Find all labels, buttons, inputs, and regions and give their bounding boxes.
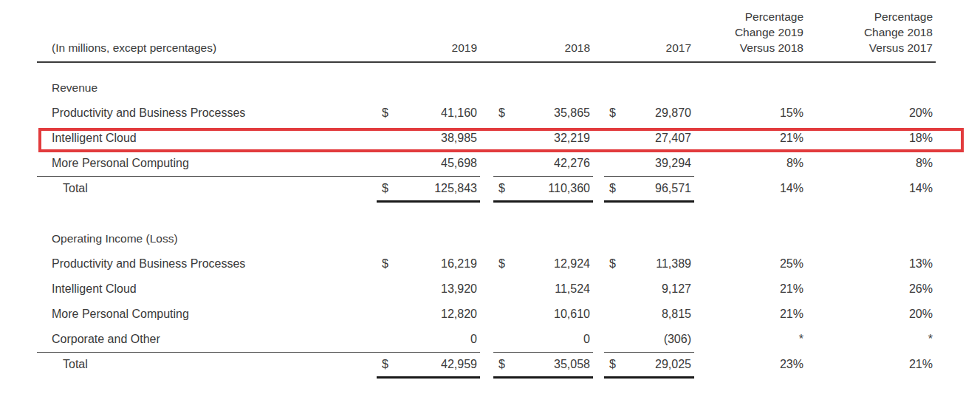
pct-change-2: 21%	[806, 352, 936, 377]
value-2018: 42,276	[517, 151, 593, 176]
gutter	[480, 126, 493, 151]
pct-change-2: *	[806, 327, 936, 352]
row-label: More Personal Computing	[37, 151, 377, 176]
dollar-sign: $	[604, 176, 628, 201]
dollar-sign-empty	[604, 327, 628, 352]
value-2019: 42,959	[399, 352, 480, 377]
pct-header-line: Versus 2018	[694, 40, 803, 55]
table-row-oi-mpc: More Personal Computing 12,820 10,610 8,…	[37, 302, 936, 327]
pct-header-line: Change 2018	[806, 24, 933, 40]
value-2019: 38,985	[399, 126, 480, 151]
value-2018: 110,360	[517, 176, 593, 201]
value-2017: 11,389	[628, 251, 694, 276]
row-label: Total	[37, 352, 377, 377]
segment-results-page: (In millions, except percentages) 2019 2…	[0, 0, 980, 397]
dollar-sign-empty	[493, 327, 517, 352]
gutter	[593, 151, 604, 176]
section-header-revenue: Revenue	[37, 75, 936, 101]
pct-change-2: 14%	[806, 176, 936, 201]
header-spacer	[493, 9, 517, 62]
gutter	[593, 276, 604, 302]
pct-change-2: 13%	[806, 251, 936, 276]
pct-change-1: 23%	[694, 352, 806, 377]
dollar-sign-empty	[377, 151, 399, 176]
dollar-sign: $	[493, 352, 517, 377]
dollar-sign-empty	[493, 302, 517, 327]
gutter	[480, 176, 493, 201]
table-row-oi-pbp: Productivity and Business Processes $ 16…	[37, 251, 936, 276]
pct-change-2: 8%	[806, 151, 936, 176]
dollar-sign-empty	[604, 151, 628, 176]
row-label: Corporate and Other	[37, 327, 377, 352]
dollar-sign-empty	[493, 151, 517, 176]
value-2019: 13,920	[399, 276, 480, 302]
section-title: Operating Income (Loss)	[37, 226, 377, 251]
value-2017: 27,407	[628, 126, 694, 151]
gutter	[480, 101, 493, 126]
row-label: More Personal Computing	[37, 302, 377, 327]
dollar-sign: $	[493, 176, 517, 201]
table-row-revenue-total: Total $ 125,843 $ 110,360 $ 96,571 14% 1…	[37, 176, 936, 201]
value-2018: 0	[517, 327, 593, 352]
table-row-revenue-mpc: More Personal Computing 45,698 42,276 39…	[37, 151, 936, 176]
value-2017: (306)	[628, 327, 694, 352]
dollar-sign-empty	[604, 302, 628, 327]
col-header-2017: 2017	[628, 9, 694, 62]
pct-change-2: 20%	[806, 302, 936, 327]
pct-change-1: 14%	[694, 176, 806, 201]
value-2017: 39,294	[628, 151, 694, 176]
col-header-pct-change-2018-vs-2017: Percentage Change 2018 Versus 2017	[806, 9, 936, 62]
dollar-sign: $	[604, 251, 628, 276]
value-2018: 35,865	[517, 101, 593, 126]
section-title: Revenue	[37, 75, 377, 101]
table-row-oi-corporate-other: Corporate and Other 0 0 (306) * *	[37, 327, 936, 352]
gutter	[593, 176, 604, 201]
value-2018: 12,924	[517, 251, 593, 276]
table-row-revenue-pbp: Productivity and Business Processes $ 41…	[37, 101, 936, 126]
dollar-sign: $	[604, 352, 628, 377]
pct-change-1: 21%	[694, 126, 806, 151]
pct-header-line: Percentage	[806, 9, 933, 24]
pct-header-line: Percentage	[694, 9, 803, 24]
dollar-sign-empty	[377, 302, 399, 327]
pct-change-1: 21%	[694, 276, 806, 302]
dollar-sign: $	[377, 101, 399, 126]
table-header-row: (In millions, except percentages) 2019 2…	[37, 9, 936, 62]
dollar-sign-empty	[377, 126, 399, 151]
value-2019: 45,698	[399, 151, 480, 176]
value-2019: 125,843	[399, 176, 480, 201]
gutter	[593, 302, 604, 327]
row-label: Intelligent Cloud	[37, 276, 377, 302]
gutter	[593, 327, 604, 352]
row-label: Total	[37, 176, 377, 201]
gutter	[480, 276, 493, 302]
dollar-sign-empty	[377, 276, 399, 302]
value-2017: 29,870	[628, 101, 694, 126]
gutter	[480, 302, 493, 327]
row-label: Intelligent Cloud	[37, 126, 377, 151]
dollar-sign: $	[493, 251, 517, 276]
dollar-sign: $	[377, 352, 399, 377]
gutter	[593, 101, 604, 126]
gutter	[593, 352, 604, 377]
gutter	[480, 352, 493, 377]
pct-header-line: Versus 2017	[806, 40, 933, 55]
table-row-revenue-intelligent-cloud: Intelligent Cloud 38,985 32,219 27,407 2…	[37, 126, 936, 151]
gutter	[593, 126, 604, 151]
dollar-sign-empty	[493, 126, 517, 151]
dollar-sign: $	[377, 251, 399, 276]
dollar-sign-empty	[493, 276, 517, 302]
gutter	[480, 151, 493, 176]
col-header-2019: 2019	[399, 9, 480, 62]
value-2019: 41,160	[399, 101, 480, 126]
value-2018: 35,058	[517, 352, 593, 377]
pct-change-2: 26%	[806, 276, 936, 302]
header-spacer	[604, 9, 628, 62]
pct-change-1: 8%	[694, 151, 806, 176]
spacer-row	[37, 62, 936, 75]
value-2017: 8,815	[628, 302, 694, 327]
section-header-operating-income: Operating Income (Loss)	[37, 226, 936, 251]
table-row-oi-intelligent-cloud: Intelligent Cloud 13,920 11,524 9,127 21…	[37, 276, 936, 302]
header-spacer	[377, 9, 399, 62]
row-label: Productivity and Business Processes	[37, 251, 377, 276]
